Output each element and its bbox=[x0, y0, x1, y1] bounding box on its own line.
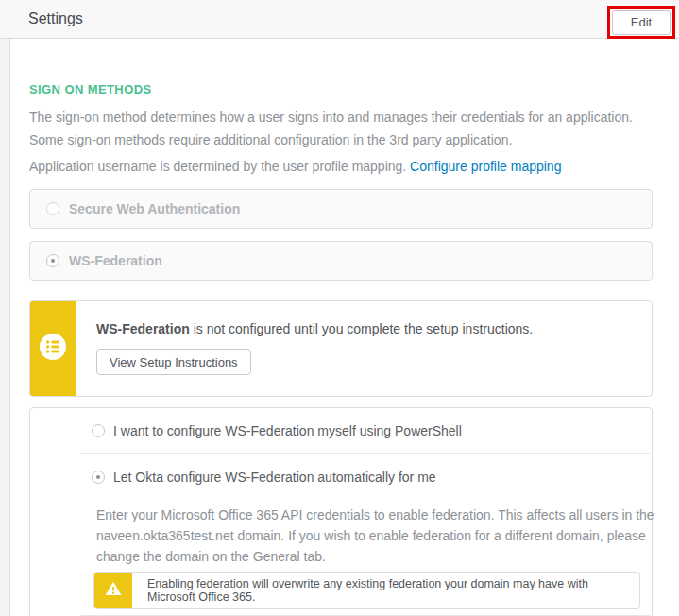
option-label: I want to configure WS-Federation myself… bbox=[113, 423, 462, 438]
setup-app-name: WS-Federation bbox=[96, 321, 190, 336]
sign-on-description: The sign-on method determines how a user… bbox=[29, 106, 652, 151]
setup-message: WS-Federation is not configured until yo… bbox=[96, 321, 533, 336]
option-label: WS-Federation bbox=[69, 253, 162, 268]
settings-header: Settings Edit bbox=[0, 0, 679, 39]
radio-selected-icon[interactable] bbox=[92, 471, 105, 484]
setup-instructions-card: WS-Federation is not configured until yo… bbox=[29, 300, 653, 397]
settings-page: Settings Edit SIGN ON METHODS The sign-o… bbox=[0, 0, 679, 616]
federation-config-card: I want to configure WS-Federation myself… bbox=[29, 407, 653, 616]
username-note: Application username is determined by th… bbox=[29, 155, 652, 178]
setup-card-stripe bbox=[30, 301, 76, 396]
option-configure-myself-powershell[interactable]: I want to configure WS-Federation myself… bbox=[30, 408, 652, 453]
option-label: Let Okta configure WS-Federation automat… bbox=[113, 470, 436, 485]
list-icon bbox=[39, 333, 67, 365]
radio-unselected-icon[interactable] bbox=[92, 424, 105, 437]
radio-selected-icon[interactable] bbox=[46, 254, 59, 267]
edit-button[interactable]: Edit bbox=[612, 10, 671, 35]
sign-on-methods-heading: SIGN ON METHODS bbox=[29, 82, 652, 96]
option-secure-web-authentication[interactable]: Secure Web Authentication bbox=[29, 189, 653, 229]
federation-warning: Enabling federation will overwrite any e… bbox=[93, 572, 640, 609]
warning-icon-cell bbox=[94, 573, 132, 608]
setup-message-rest: is not configured until you complete the… bbox=[190, 321, 533, 336]
setup-card-body: WS-Federation is not configured until yo… bbox=[76, 301, 552, 396]
federation-description: Enter your Microsoft Office 365 API cred… bbox=[96, 505, 655, 567]
settings-panel: SIGN ON METHODS The sign-on method deter… bbox=[9, 39, 679, 616]
configure-profile-mapping-link[interactable]: Configure profile mapping bbox=[410, 159, 561, 174]
option-let-okta-configure[interactable]: Let Okta configure WS-Federation automat… bbox=[30, 454, 652, 500]
option-label: Secure Web Authentication bbox=[69, 201, 240, 216]
username-note-text: Application username is determined by th… bbox=[29, 159, 406, 174]
radio-unselected-icon[interactable] bbox=[46, 202, 59, 215]
warning-triangle-icon bbox=[103, 578, 124, 603]
edit-annotation-highlight: Edit bbox=[607, 6, 675, 39]
option-ws-federation[interactable]: WS-Federation bbox=[29, 241, 653, 281]
warning-text: Enabling federation will overwrite any e… bbox=[132, 573, 639, 608]
page-title: Settings bbox=[28, 0, 83, 38]
view-setup-instructions-button[interactable]: View Setup Instructions bbox=[96, 349, 251, 375]
